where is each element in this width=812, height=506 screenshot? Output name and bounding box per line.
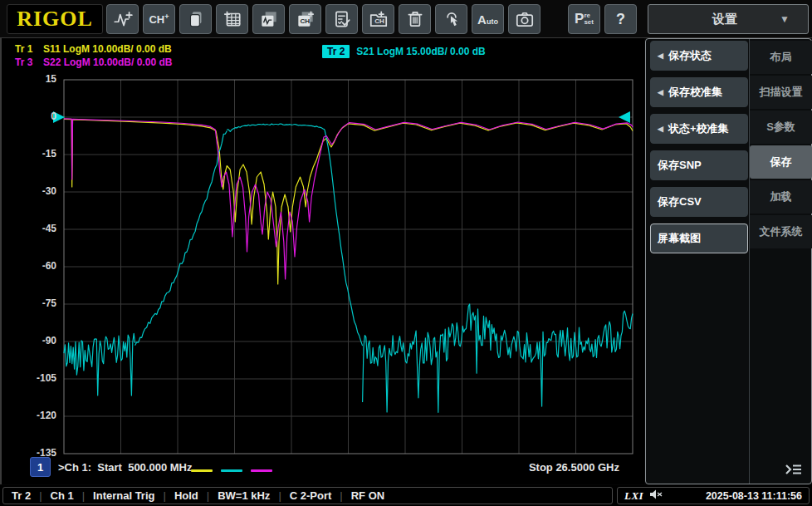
y-tick-label: 15 [2,73,56,85]
softkey-4[interactable]: 保存SNP [650,150,748,180]
submenu-arrow-icon: ◀ [658,52,663,60]
trace2-swatch [221,469,242,472]
table-add-button[interactable] [216,4,248,34]
status-item: C 2-Port [270,489,331,502]
softkey-2[interactable]: ◀保存校准集 [650,77,748,107]
pages-button[interactable] [179,4,212,34]
softkey-6[interactable]: 屏幕截图 [650,224,748,253]
sidebar-tab-5[interactable]: 加载 [750,180,812,214]
clipboard-check-button[interactable] [325,4,358,34]
y-tick-label: -30 [2,185,56,197]
toolbar-button-group-right: P reset ? [568,4,637,34]
lxi-logo: LXI [624,489,643,503]
softkey-label: 保存SNP [658,158,702,173]
sidebar-header-dropdown[interactable]: 设置 ▼ [648,4,809,34]
submenu-arrow-icon: ◀ [658,125,663,133]
folder-channel-button[interactable]: CH [362,4,394,34]
brand-logo: RIGOL [7,4,103,34]
reference-level-marker [619,111,630,123]
clock: 2025-08-13 11:11:56 [706,490,802,502]
sidebar-tab-4[interactable]: 保存 [750,145,812,179]
touch-button[interactable] [435,4,467,34]
softkey-label: 屏幕截图 [658,231,701,246]
window-trace-button[interactable] [252,4,285,34]
toolbar-button-group: CH+CHCHAuto [106,4,541,34]
window-channel-add-icon: CH [295,8,316,30]
channel-footer: 1 >Ch 1: Start 500.000 MHz Stop 26.5000 … [2,454,646,480]
sidebar-menu: ◀保存状态◀保存校准集◀状态+校准集保存SNP保存CSV屏幕截图 布局扫描设置S… [645,38,812,484]
channel-add-button[interactable]: CH+ [143,4,175,34]
status-bar: Tr 2Ch 1Internal TrigHoldBW=1 kHzC 2-Por… [0,485,812,506]
y-tick-label: -15 [2,148,56,160]
table-add-icon [222,8,243,30]
sidebar-tab-3[interactable]: S参数 [750,111,812,144]
status-item: Hold [154,489,198,502]
vna-screen: RIGOL CH+CHCHAuto P reset ? 设置 ▼ 150-15-… [0,0,812,506]
camera-button[interactable] [508,4,541,34]
trace-add-icon [112,8,134,30]
trash-button[interactable] [399,4,431,34]
y-tick-label: -75 [2,297,56,309]
clipboard-check-icon [331,8,353,30]
submenu-arrow-icon: ◀ [658,88,663,96]
plot-svg [2,38,646,484]
softkey-1[interactable]: ◀保存状态 [650,41,748,71]
window-channel-add-button[interactable]: CH [289,4,321,34]
auto-button[interactable]: Auto [472,4,504,34]
y-tick-label: -105 [2,372,56,384]
channel-badge[interactable]: 1 [30,457,51,477]
collapse-menu-icon[interactable] [781,459,806,479]
softkey-label: 状态+校准集 [668,121,729,136]
svg-text:CH: CH [374,17,384,25]
sidebar-tab-1[interactable]: 布局 [750,41,812,74]
trace3-swatch [251,469,272,472]
channel-start-label: >Ch 1: Start 500.000 MHz [58,461,192,474]
trace-add-button[interactable] [106,4,139,34]
y-tick-label: -120 [2,410,56,421]
status-item: Tr 2 [12,489,31,502]
status-item: BW=1 kHz [198,489,271,502]
softkey-label: 保存校准集 [668,85,722,100]
y-tick-label: -60 [2,260,56,272]
preset-label-big: P [575,11,584,27]
auto-icon: Auto [477,13,498,26]
status-item: Ch 1 [31,489,74,502]
preset-button[interactable]: P reset [568,4,600,34]
folder-channel-icon: CH [368,8,389,30]
channel-add-icon: CH+ [149,13,169,25]
toolbar: RIGOL CH+CHCHAuto P reset ? 设置 ▼ [0,0,812,38]
chevron-down-icon: ▼ [780,13,808,25]
softkey-3[interactable]: ◀状态+校准集 [650,114,748,144]
trace1-swatch [191,469,213,472]
trace3-legend[interactable]: Tr 3S22 LogM 10.00dB/ 0.00 dB [15,56,172,68]
softkey-label: 保存CSV [658,194,702,209]
softkey-label: 保存状态 [668,48,712,63]
window-trace-icon [258,8,280,30]
sidebar-softkeys: ◀保存状态◀保存校准集◀状态+校准集保存SNP保存CSV屏幕截图 [650,41,748,260]
pages-icon [185,8,207,30]
active-trace-badge: Tr 2 [322,45,350,58]
trace1-legend[interactable]: Tr 1S11 LogM 10.00dB/ 0.00 dB [15,43,172,55]
trace2-legend[interactable]: Tr 2S21 LogM 15.00dB/ 0.00 dB [322,45,486,58]
sidebar-tabs: 布局扫描设置S参数保存加载文件系统 [749,39,812,484]
touch-icon [441,8,462,30]
trash-icon [404,8,426,30]
svg-text:CH: CH [300,17,310,25]
help-button[interactable]: ? [604,4,637,34]
channel-stop-label: Stop 26.5000 GHz [529,461,619,474]
sidebar-tab-2[interactable]: 扫描设置 [750,76,812,109]
sidebar-tab-6[interactable]: 文件系统 [750,215,812,248]
preset-label-small: reset [584,12,594,27]
status-indicators: Tr 2Ch 1Internal TrigHoldBW=1 kHzC 2-Por… [2,487,613,504]
softkey-5[interactable]: 保存CSV [650,187,748,217]
speaker-muted-icon[interactable] [649,489,663,504]
status-system: LXI 2025-08-13 11:11:56 [617,487,810,504]
status-item: RF ON [331,489,384,502]
y-tick-label: 0 [2,111,56,122]
chart-area: 150-15-30-45-60-75-90-105-120-135 Tr 1S1… [0,38,644,484]
help-icon: ? [616,11,625,28]
status-item: Internal Trig [74,489,155,502]
y-tick-label: -90 [2,335,56,346]
sidebar-title: 设置 [648,12,780,27]
camera-icon [514,8,536,30]
